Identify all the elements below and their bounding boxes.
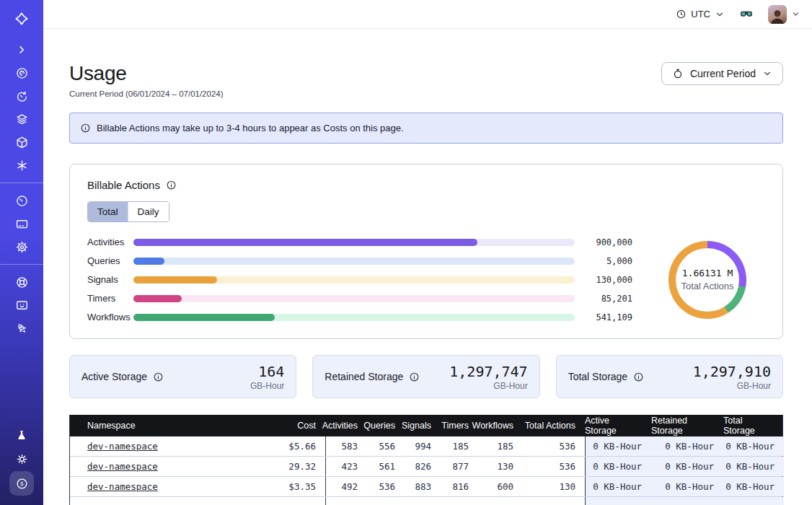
- current-period-button[interactable]: Current Period: [661, 62, 783, 85]
- gear-icon[interactable]: [9, 236, 35, 258]
- cell-cost: $5.66: [233, 436, 325, 456]
- bar-row: Timers85,201: [87, 294, 632, 302]
- cell-queries: 556: [367, 436, 405, 456]
- cell-namespace: [70, 497, 233, 505]
- dollar-coin-icon[interactable]: $: [9, 471, 34, 496]
- cell-active_storage: [585, 497, 651, 505]
- storage-number: 1,297,910: [693, 363, 771, 380]
- cell-signals: [405, 497, 441, 505]
- chevron-down-icon: [715, 9, 725, 19]
- storage-card-value: 1,297,747GB-Hour: [449, 363, 527, 391]
- table-header-row: NamespaceCostActivitiesQueriesSignalsTim…: [70, 415, 782, 436]
- info-icon: [80, 123, 91, 133]
- cell-total_actions: [523, 497, 585, 505]
- cell-total_storage: 0 KB-Hour: [723, 436, 784, 456]
- storage-card-value: 1,297,910GB-Hour: [693, 363, 771, 391]
- asterisk-icon[interactable]: [9, 154, 35, 176]
- table-row: dev-namespace29.324235618268771305360 KB…: [70, 457, 782, 477]
- total-actions-label: Total Actions: [681, 281, 734, 291]
- active-storage-card: Active Storage164GB-Hour: [69, 355, 296, 398]
- table-row-partial: [70, 497, 782, 505]
- timezone-selector[interactable]: UTC: [676, 9, 725, 19]
- gauge-icon[interactable]: [9, 190, 35, 211]
- info-banner: Billable Actions may take up to 3-4 hour…: [69, 113, 783, 144]
- flask-icon[interactable]: [9, 425, 35, 447]
- tab-total[interactable]: Total: [88, 202, 128, 221]
- header-cell-retained_storage: Retained Storage: [651, 415, 723, 436]
- rocket-icon[interactable]: [9, 317, 35, 339]
- timezone-label: UTC: [691, 9, 710, 19]
- cell-activities: [325, 497, 367, 505]
- cell-retained_storage: 0 KB-Hour: [651, 477, 723, 496]
- donut-ring: 1.66131 M Total Actions: [668, 241, 746, 319]
- bar-row: Queries5,000: [87, 257, 632, 265]
- info-icon[interactable]: [633, 372, 644, 382]
- chevron-right-icon[interactable]: [9, 39, 35, 61]
- cell-total_actions: 536: [523, 436, 585, 456]
- storage-card-label: Total Storage: [568, 371, 645, 382]
- bar-fill: [133, 239, 477, 246]
- billable-actions-card: Billable Actions TotalDaily Activities90…: [69, 164, 783, 339]
- chevron-down-icon: [762, 69, 772, 79]
- cell-namespace: dev-namespace: [70, 457, 233, 476]
- cell-active_storage: 0 KB-Hour: [585, 457, 651, 476]
- storage-unit: GB-Hour: [250, 381, 284, 391]
- cell-timers: [441, 497, 478, 505]
- bar-fill: [133, 258, 164, 265]
- main-content: Usage Current Period (06/01/2024 – 07/01…: [43, 62, 812, 505]
- cell-cost: [233, 497, 325, 505]
- cell-active_storage: 0 KB-Hour: [585, 436, 651, 456]
- avatar[interactable]: [768, 5, 787, 24]
- tab-daily[interactable]: Daily: [128, 202, 169, 221]
- cell-timers: 185: [441, 436, 478, 456]
- info-icon[interactable]: [153, 372, 164, 382]
- retained-storage-card: Retained Storage1,297,747GB-Hour: [312, 355, 539, 398]
- cell-activities: 423: [325, 457, 367, 476]
- bar-track: [133, 276, 575, 284]
- bar-fill: [133, 314, 275, 321]
- cell-activities: 583: [325, 436, 367, 456]
- sun-icon[interactable]: [9, 448, 35, 470]
- credit-card-icon[interactable]: [9, 213, 35, 234]
- account-menu[interactable]: [768, 5, 800, 24]
- cell-cost: 29.32: [233, 457, 325, 476]
- goggles-icon[interactable]: [739, 7, 754, 22]
- temporal-logo[interactable]: [9, 8, 35, 30]
- bar-value: 130,000: [585, 275, 632, 285]
- cell-active_storage: 0 KB-Hour: [585, 477, 651, 496]
- cell-workflows: 130: [478, 457, 523, 476]
- cell-signals: 883: [405, 477, 441, 496]
- namespace-link[interactable]: dev-namespace: [87, 461, 158, 472]
- total-actions-value: 1.66131 M: [682, 268, 733, 278]
- layers-icon[interactable]: [9, 108, 35, 130]
- storage-label-text: Total Storage: [568, 371, 628, 382]
- info-icon[interactable]: [409, 372, 420, 382]
- life-ring-icon[interactable]: [9, 271, 35, 293]
- namespace-link[interactable]: dev-namespace: [87, 441, 158, 452]
- namespace-link[interactable]: dev-namespace: [87, 481, 158, 492]
- info-icon[interactable]: [166, 180, 177, 190]
- cell-signals: 826: [405, 457, 441, 476]
- clock-history-icon[interactable]: [9, 85, 35, 107]
- cell-workflows: 600: [478, 477, 523, 496]
- bar-row: Workflows541,109: [87, 313, 632, 321]
- topbar: UTC: [43, 0, 812, 29]
- cell-workflows: 185: [478, 436, 523, 456]
- cell-total_storage: 0 KB-Hour: [723, 457, 784, 476]
- bar-value: 85,201: [585, 294, 632, 304]
- bar-label: Signals: [87, 274, 133, 285]
- total-storage-card: Total Storage1,297,910GB-Hour: [556, 355, 783, 398]
- sidebar-divider: [0, 264, 43, 265]
- billable-actions-title: Billable Actions: [87, 179, 160, 191]
- storage-card-label: Active Storage: [81, 371, 164, 382]
- svg-text:$: $: [20, 480, 24, 487]
- bar-value: 541,109: [585, 312, 632, 322]
- header-cell-total_storage: Total Storage: [723, 415, 784, 436]
- table-row: dev-namespace$5.665835569941851855360 KB…: [70, 436, 782, 457]
- storage-card-label: Retained Storage: [325, 371, 420, 382]
- storage-unit: GB-Hour: [693, 381, 771, 391]
- monitor-icon[interactable]: [9, 294, 35, 316]
- header-cell-total_actions: Total Actions: [523, 415, 585, 436]
- spiral-icon[interactable]: [9, 62, 35, 84]
- cube-icon[interactable]: [9, 131, 35, 153]
